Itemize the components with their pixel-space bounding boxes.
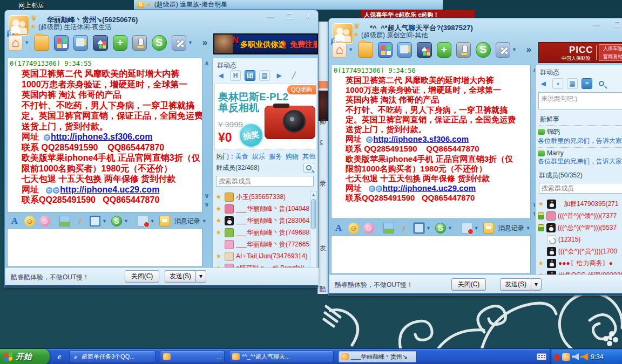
close-chat-button[interactable]: 关闭(C) [451, 278, 486, 291]
shake-icon[interactable] [462, 223, 472, 233]
dropdown-arrow-icon[interactable]: ▼ [448, 225, 452, 231]
start-button[interactable]: 开始 [0, 349, 50, 364]
close-button[interactable]: ✕ [301, 12, 316, 20]
album-icon[interactable] [378, 42, 393, 58]
group-avatar[interactable]: S [9, 15, 29, 36]
picture-icon[interactable]: ▦ [567, 78, 578, 89]
chat-message-area[interactable]: 0(1774913306) 9:34:55 英国卫裤第二代 风靡欧美的延时增大内… [7, 58, 202, 212]
member-row[interactable]: (12315) [537, 233, 622, 245]
soso-icon[interactable]: S [435, 223, 446, 233]
shake-icon[interactable] [138, 216, 148, 226]
add-message-icon[interactable]: + [437, 42, 451, 58]
member-row[interactable]: ★AI♀TaiLiJun(734769314) [215, 250, 310, 262]
send-options-button[interactable]: ▾ [531, 278, 542, 291]
folder-icon[interactable] [34, 35, 49, 51]
more-icon[interactable]: » [522, 42, 536, 58]
member-row[interactable]: ___华丽颠峰丶贵(772665... [215, 238, 310, 250]
member-row[interactable]: ★小玉(535657338) [215, 191, 310, 203]
magic-emoticon-icon[interactable]: ☺ [363, 223, 374, 233]
album-icon[interactable] [54, 35, 69, 51]
sound-icon[interactable]: ◖ [552, 78, 563, 89]
voice-icon[interactable] [132, 35, 147, 51]
screenshot-icon[interactable] [90, 216, 100, 226]
prev-tab-icon[interactable]: ◀ [215, 70, 226, 81]
hot-link[interactable]: 其他 [302, 153, 315, 160]
picc-ad[interactable]: PICC 中国人保财险 人保车险 官网直销 [538, 42, 622, 63]
say-something-input[interactable]: 来说两句吧:) [538, 92, 622, 109]
games-icon[interactable]: ♠ [93, 35, 107, 51]
taskbar-task-button[interactable]: ... [160, 351, 225, 363]
magic-emoticon-icon[interactable]: ☺ [39, 216, 50, 226]
spam-url-link[interactable]: http://iphone3.sf306.com [51, 132, 152, 141]
dropdown-arrow-icon[interactable]: ▼ [348, 47, 353, 52]
news-text-link[interactable]: 各位群里的兄弟们，告诉大家 [538, 157, 622, 166]
music-icon[interactable]: ♪ [398, 223, 409, 233]
soso-icon[interactable]: S [152, 35, 166, 51]
tab-video-icon[interactable]: ▤ [259, 70, 270, 81]
minimize-button[interactable]: — [589, 20, 604, 29]
send-button[interactable]: 发送(S) [165, 270, 196, 283]
spam-url-link[interactable]: http://iphone3.sf306.com [373, 134, 469, 143]
send-options-button[interactable]: ▾ [195, 270, 206, 283]
home-icon[interactable]: ⌂ [8, 35, 23, 51]
news-text-link[interactable]: 各位群里的兄弟们，告诉大家 [538, 136, 622, 146]
member-row[interactable]: ★___华丽颠峰丶贵(283064... [215, 215, 310, 226]
desktop-icon-label[interactable]: 网上邻居 [18, 1, 44, 10]
dropdown-arrow-icon[interactable]: ▼ [512, 47, 517, 52]
maximize-button[interactable]: ❐ [610, 20, 622, 29]
scroll-thumb[interactable] [311, 199, 316, 229]
scroll-down-icon[interactable]: ∨ [204, 193, 209, 199]
dropdown-arrow-icon[interactable]: ▼ [188, 40, 193, 45]
tray-speaker-icon[interactable] [580, 353, 588, 361]
settings-icon[interactable] [496, 42, 510, 58]
video-icon[interactable] [73, 35, 88, 51]
add-message-icon[interactable]: + [113, 35, 127, 51]
dropdown-arrow-icon[interactable]: ▼ [526, 225, 531, 231]
background-window-titlebar[interactable]: S ★ (超级群) 追星族-港台明星 [134, 0, 443, 10]
quick-launch-ie-icon[interactable]: e [55, 352, 64, 361]
font-icon[interactable]: A [9, 216, 20, 226]
wrench-icon[interactable]: ╱ [288, 70, 299, 81]
member-row[interactable]: ★___华丽颠峰丶贵(749688... [215, 226, 310, 238]
dropdown-arrow-icon[interactable]: ▼ [124, 218, 129, 224]
groupon-ad[interactable]: QQ团购 奥林巴斯E-PL2 单反相机 ¥ 3999 ¥0 抽奖 [214, 84, 316, 149]
member-search-input[interactable] [216, 176, 314, 187]
soso-icon[interactable]: S [111, 216, 122, 226]
screenshot-icon[interactable] [414, 223, 424, 233]
dropdown-arrow-icon[interactable]: ▼ [150, 218, 155, 224]
tab-h-icon[interactable]: H [230, 70, 241, 81]
member-row[interactable]: (((^首^)(^领^)))(7377 [537, 210, 622, 222]
member-row[interactable]: (((^会^)(^员^)))(1700 [537, 245, 622, 257]
member-row[interactable]: ★ 加群14790395(271 [537, 198, 622, 210]
image-icon[interactable] [59, 216, 70, 226]
close-chat-button[interactable]: 关闭(C) [125, 270, 159, 283]
scroll-up-arrow[interactable]: ▲ [310, 191, 316, 198]
hot-link[interactable]: 娱乐 [252, 153, 265, 160]
search-pin-icon[interactable] [596, 78, 607, 89]
tab-groupon-icon[interactable]: 团 [245, 70, 255, 81]
emoticon-icon[interactable]: ☺ [24, 216, 35, 226]
member-search-input[interactable] [539, 183, 622, 194]
job-banner-ad[interactable]: N 多职业供你选 》免费注册《 [213, 33, 318, 54]
hot-link[interactable]: 服务 [269, 153, 282, 160]
tray-volume-muted-icon[interactable] [572, 353, 579, 360]
dropdown-arrow-icon[interactable]: ▼ [102, 218, 107, 224]
taskbar-task-button[interactable]: *^_^*超人气聊天... [229, 351, 334, 363]
message-input-area[interactable] [7, 228, 202, 267]
font-icon[interactable]: A [333, 223, 344, 233]
dropdown-arrow-icon[interactable]: ▼ [202, 218, 207, 224]
member-row[interactable]: ★●●●〖给力商务〗● [537, 257, 622, 269]
soso-icon[interactable]: S [476, 42, 490, 58]
list-icon[interactable]: ≡ [582, 78, 592, 89]
history-icon[interactable] [159, 216, 170, 226]
tray-qq-icon[interactable] [562, 353, 570, 361]
folder-icon[interactable] [358, 42, 373, 58]
dropdown-arrow-icon[interactable]: ▼ [474, 225, 479, 231]
prev-tab-icon[interactable]: ◀ [538, 78, 549, 89]
image-icon[interactable] [383, 223, 394, 233]
hot-link[interactable]: 购物 [286, 153, 299, 160]
search-members-button[interactable] [303, 163, 314, 173]
hot-link[interactable]: 美食 [235, 153, 248, 160]
scroll-bottom-icon[interactable]: ∨ [204, 201, 209, 208]
emoticon-icon[interactable]: ☺ [348, 223, 359, 233]
